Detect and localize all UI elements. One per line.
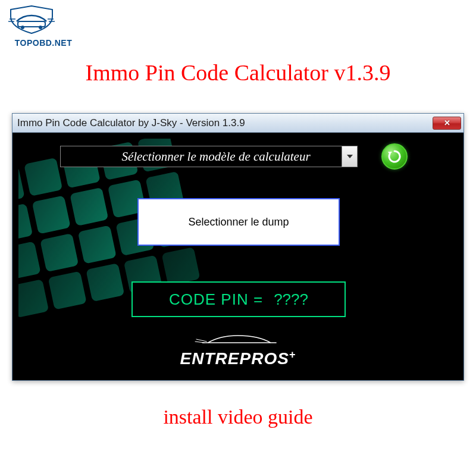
bottom-caption: install video guide <box>0 406 476 428</box>
window-titlebar[interactable]: Immo Pin Code Calculator by J-Sky - Vers… <box>12 114 464 133</box>
car-outline-icon <box>190 333 286 346</box>
code-pin-display: CODE PIN = ???? <box>131 281 346 317</box>
close-icon: ✕ <box>444 118 450 127</box>
svg-rect-19 <box>78 225 117 264</box>
select-dump-button[interactable]: Selectionner le dump <box>137 198 340 246</box>
code-pin-value: ???? <box>274 290 308 309</box>
dropdown-label: Sélectionner le modèle de calculateur <box>61 149 342 164</box>
app-content: Sélectionner le modèle de calculateur Se… <box>12 133 464 380</box>
entrepros-brand: ENTREPROS+ <box>180 333 296 368</box>
main-title: Immo Pin Code Calculator v1.3.9 <box>0 60 476 86</box>
select-dump-label: Selectionner le dump <box>188 216 289 228</box>
svg-rect-26 <box>161 247 200 286</box>
code-pin-label: CODE PIN = <box>169 290 263 309</box>
dropdown-arrow-button[interactable] <box>342 146 357 167</box>
svg-point-1 <box>21 26 24 29</box>
dropdown-row: Sélectionner le modèle de calculateur <box>60 143 408 170</box>
svg-point-2 <box>39 26 42 29</box>
brand-text: ENTREPROS+ <box>180 349 296 368</box>
svg-rect-23 <box>48 271 87 310</box>
logo-text: TOPOBD.NET <box>5 38 82 48</box>
svg-rect-18 <box>40 233 79 272</box>
car-shield-icon <box>5 5 58 35</box>
refresh-button[interactable] <box>381 143 408 170</box>
brand-name: ENTREPROS <box>180 349 289 368</box>
app-window: Immo Pin Code Calculator by J-Sky - Vers… <box>12 113 464 381</box>
svg-line-28 <box>195 342 205 343</box>
chevron-down-icon <box>347 155 353 158</box>
close-button[interactable]: ✕ <box>433 117 461 130</box>
refresh-icon <box>386 148 403 165</box>
svg-rect-14 <box>70 187 108 226</box>
svg-rect-7 <box>18 165 25 204</box>
svg-rect-12 <box>18 203 33 242</box>
svg-rect-8 <box>24 158 62 196</box>
brand-logo-area: TOPOBD.NET <box>5 5 82 52</box>
svg-rect-22 <box>18 279 49 317</box>
svg-rect-17 <box>18 241 41 280</box>
svg-rect-13 <box>32 195 71 234</box>
model-selector-dropdown[interactable]: Sélectionner le modèle de calculateur <box>60 146 358 167</box>
brand-plus: + <box>289 349 296 361</box>
svg-line-27 <box>196 339 207 342</box>
window-title-text: Immo Pin Code Calculator by J-Sky - Vers… <box>17 117 245 129</box>
svg-rect-24 <box>86 263 124 302</box>
